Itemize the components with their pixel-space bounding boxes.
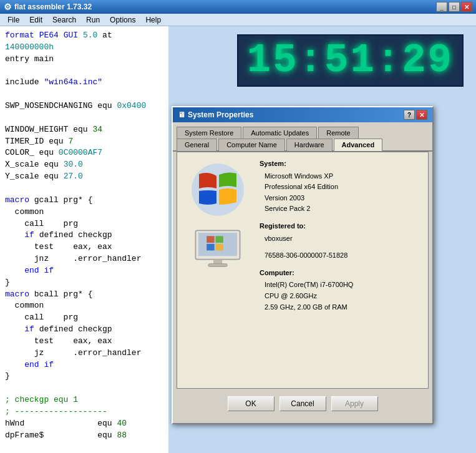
clock-display: 15:51:29 <box>237 34 464 87</box>
code-line: ; ------------------- <box>5 406 163 418</box>
code-line <box>5 382 163 394</box>
tab-computer-name[interactable]: Computer Name <box>218 139 285 151</box>
code-line: ; checkgp equ 1 <box>5 394 163 406</box>
ok-button[interactable]: OK <box>228 396 274 411</box>
menu-file[interactable]: File <box>2 14 24 26</box>
windows-logo <box>187 158 249 221</box>
os-sp: Service Pack 2 <box>265 203 422 215</box>
svg-rect-3 <box>206 236 214 243</box>
os-edition: Professional x64 Edition <box>265 182 422 193</box>
dialog-controls: ? ✕ <box>404 110 427 120</box>
code-line: jz .error_handler <box>5 348 163 359</box>
tabs-row2: General Computer Name Hardware Advanced <box>173 138 432 152</box>
code-line: if defined checkgp <box>5 324 163 336</box>
clock-time: 15:51:29 <box>247 41 454 80</box>
tab-automatic-updates[interactable]: Automatic Updates <box>243 127 317 139</box>
code-line <box>5 183 163 195</box>
menu-search[interactable]: Search <box>47 14 81 26</box>
code-line: X_scale equ 30.0 <box>5 159 163 171</box>
os-name: Microsoft Windows XP <box>265 171 422 182</box>
code-line: entry main <box>5 54 163 66</box>
code-line <box>5 89 163 100</box>
code-line: end if <box>5 359 163 371</box>
dialog-title-icon: 🖥 <box>178 110 185 119</box>
code-line: common <box>5 207 163 218</box>
system-header: System: <box>260 158 422 170</box>
svg-rect-5 <box>206 244 214 251</box>
menu-help[interactable]: Help <box>140 14 166 26</box>
code-line: macro bcall prg* { <box>5 289 163 301</box>
code-line: hWnd equ 40 <box>5 418 163 430</box>
code-line: jnz .error_handler <box>5 253 163 265</box>
monitor-icon <box>193 228 243 272</box>
registered-label: Registered to: <box>260 221 422 232</box>
tab-system-restore[interactable]: System Restore <box>177 127 241 139</box>
menu-bar: File Edit Search Run Options Help <box>0 14 476 26</box>
app-icon: ⚙ <box>4 2 12 12</box>
menu-run[interactable]: Run <box>81 14 105 26</box>
logo-area <box>183 158 252 382</box>
tabs-row1: System Restore Automatic Updates Remote <box>173 122 432 138</box>
code-editor[interactable]: format PE64 GUI 5.0 at 140000000h entry … <box>0 26 168 453</box>
code-line: } <box>5 371 163 382</box>
tab-hardware[interactable]: Hardware <box>286 139 333 151</box>
system-info-panel: System: Microsoft Windows XP Professiona… <box>260 158 422 382</box>
code-line: dpFrame$ equ 88 <box>5 430 163 442</box>
svg-rect-8 <box>208 264 227 266</box>
dialog-button-row: OK Cancel Apply <box>173 392 432 415</box>
svg-rect-4 <box>215 236 223 243</box>
dialog-content: System: Microsoft Windows XP Professiona… <box>177 152 429 389</box>
computer-label: Computer: <box>260 268 422 279</box>
dialog-title-text: System Properties <box>188 110 253 119</box>
close-button[interactable]: ✕ <box>461 2 472 12</box>
code-line: test eax, eax <box>5 241 163 253</box>
registered-user: vboxuser <box>265 233 422 245</box>
menu-options[interactable]: Options <box>105 14 140 26</box>
tab-remote[interactable]: Remote <box>318 127 359 139</box>
os-version: Version 2003 <box>265 193 422 204</box>
cpu-name: Intel(R) Core(TM) i7-6700HQ <box>265 280 422 291</box>
system-properties-dialog: 🖥 System Properties ? ✕ System Restore A… <box>172 106 434 424</box>
svg-rect-7 <box>213 260 222 264</box>
code-line: test eax, eax <box>5 336 163 348</box>
dialog-close-button[interactable]: ✕ <box>416 110 427 120</box>
serial-number: 76588-306-0000007-51828 <box>265 250 422 261</box>
cancel-button[interactable]: Cancel <box>279 396 326 411</box>
code-line: call prg <box>5 218 163 230</box>
code-line: Y_scale equ 27.0 <box>5 171 163 183</box>
dialog-help-button[interactable]: ? <box>404 110 415 120</box>
code-line: if defined checkgp <box>5 230 163 241</box>
menu-edit[interactable]: Edit <box>24 14 47 26</box>
code-line <box>5 66 163 77</box>
code-line <box>5 442 163 453</box>
code-line: common <box>5 300 163 312</box>
cpu-speed: CPU @ 2.60GHz <box>265 291 422 302</box>
code-line: macro gcall prg* { <box>5 195 163 207</box>
apply-button[interactable]: Apply <box>331 396 378 411</box>
window-controls: _ □ ✕ <box>436 2 472 12</box>
code-line: SWP_NOSENDCHANGING equ 0x0400 <box>5 100 163 112</box>
code-line: WINDOW_HEIGHT equ 34 <box>5 124 163 136</box>
code-line: COLOR_ equ 0C0000AF7 <box>5 147 163 159</box>
maximize-button[interactable]: □ <box>449 2 460 12</box>
dialog-title-bar: 🖥 System Properties ? ✕ <box>173 107 432 122</box>
tab-advanced[interactable]: Advanced <box>334 139 383 151</box>
svg-rect-6 <box>215 244 223 251</box>
code-line: TIMER_ID equ 7 <box>5 136 163 148</box>
code-line: } <box>5 277 163 289</box>
code-line <box>5 112 163 124</box>
code-line: format PE64 GUI 5.0 at 140000000h <box>5 30 163 54</box>
app-title: flat assembler 1.73.32 <box>14 2 92 11</box>
code-line: end if <box>5 265 163 277</box>
title-bar: ⚙ flat assembler 1.73.32 _ □ ✕ <box>0 0 476 14</box>
ram-info: 2.59 GHz, 2.00 GB of RAM <box>265 302 422 313</box>
tab-general[interactable]: General <box>177 139 217 151</box>
minimize-button[interactable]: _ <box>436 2 447 12</box>
code-line: call prg <box>5 312 163 324</box>
code-line: include "win64a.inc" <box>5 77 163 89</box>
